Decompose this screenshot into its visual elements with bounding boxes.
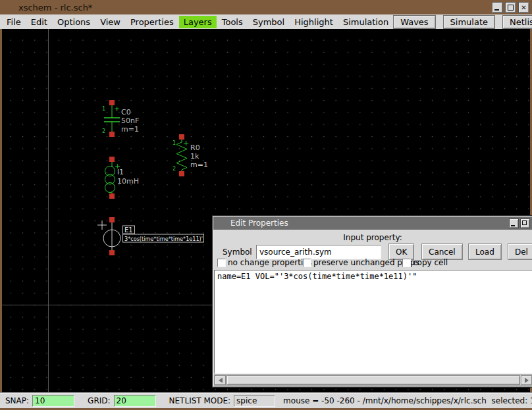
dialog-window-controls xyxy=(509,218,530,228)
minimize-icon xyxy=(494,9,499,11)
waves-button[interactable]: Waves xyxy=(393,15,435,29)
window-titlebar: xschem - rlc.sch* ✕ xyxy=(0,0,532,14)
close-button[interactable]: ✕ xyxy=(518,2,529,13)
dialog-titlebar: Edit Properties xyxy=(213,217,532,230)
horizontal-scrollbar[interactable] xyxy=(214,374,532,386)
component-resistor[interactable]: 1 + 2 R0 1k m=1 xyxy=(173,134,208,176)
netlist-mode-label: NETLIST MODE: xyxy=(169,396,231,405)
resistor-ref-label: R0 xyxy=(190,143,200,152)
menu-item-view[interactable]: View xyxy=(95,16,125,28)
window-title: xschem - rlc.sch* xyxy=(18,3,92,13)
statusbar: SNAP: GRID: NETLIST MODE: mouse = -50 -2… xyxy=(0,392,532,408)
checkbox-copy-cell[interactable] xyxy=(402,259,411,267)
window-controls: ✕ xyxy=(492,2,529,13)
netlist-button[interactable]: Netlist xyxy=(502,15,532,29)
resistor-pin-2-square xyxy=(179,171,184,176)
scrollbar-thumb[interactable] xyxy=(226,375,520,385)
menu-item-layers[interactable]: Layers xyxy=(179,16,217,28)
grid-label: GRID: xyxy=(88,396,110,405)
edit-properties-dialog: Edit Properties Input property: Symbol O… xyxy=(212,215,532,388)
checkbox-no-change-properties-label: no change properties xyxy=(228,258,312,267)
checkbox-copy-cell-label: copy cell xyxy=(413,258,448,267)
menu-item-edit[interactable]: Edit xyxy=(26,16,52,28)
component-vsource[interactable]: E1 3*cos(time*time*time*1e11)' xyxy=(97,217,204,255)
inductor-pin-1-square xyxy=(109,157,115,162)
inductor-ref-label: l1 xyxy=(117,168,124,176)
capacitor-value-label: 50nF xyxy=(121,116,139,125)
menu-item-highlight[interactable]: Highlight xyxy=(290,16,338,28)
simulate-button[interactable]: Simulate xyxy=(443,15,495,29)
menu-item-symbol[interactable]: Symbol xyxy=(248,16,289,28)
input-property-label: Input property: xyxy=(213,233,532,242)
grid-input[interactable] xyxy=(114,395,156,407)
property-textarea[interactable]: name=E1 VOL="'3*cos(time*time*time*1e11)… xyxy=(214,270,532,374)
maximize-icon xyxy=(522,220,527,225)
maximize-button[interactable] xyxy=(505,2,516,13)
menubar: File Edit Options View Properties Layers… xyxy=(0,14,532,29)
capacitor-pin-1-label: 1 xyxy=(102,106,105,112)
xschem-window: xschem - rlc.sch* ✕ File Edit Options Vi… xyxy=(0,0,532,410)
menu-item-file[interactable]: File xyxy=(2,16,26,28)
vsource-pin-2-square xyxy=(109,250,115,255)
menu-item-properties[interactable]: Properties xyxy=(126,16,178,28)
vsource-ref-label: E1 xyxy=(124,226,133,234)
minimize-icon xyxy=(511,225,515,226)
close-icon: ✕ xyxy=(521,5,526,11)
right-arrow-icon xyxy=(525,378,529,383)
snap-input[interactable] xyxy=(32,395,74,407)
resistor-plus-label: + xyxy=(183,139,189,147)
left-arrow-icon xyxy=(219,378,223,383)
capacitor-plus-label: + xyxy=(114,105,120,113)
scrollbar-right-arrow[interactable] xyxy=(521,375,532,385)
vsource-pin-1-square xyxy=(109,217,115,222)
resistor-value-label: 1k xyxy=(190,152,200,161)
vsource-value-label: 3*cos(time*time*time*1e11)' xyxy=(124,236,203,242)
component-inductor[interactable]: + l1 10mH xyxy=(105,157,139,199)
mouse-info: mouse = -50 -260 - /mnt/x/home/schippes/… xyxy=(283,396,532,405)
dialog-checkboxes: no change properties preserve unchanged … xyxy=(213,258,532,269)
resistor-mult-label: m=1 xyxy=(190,161,208,169)
menu-item-simulation[interactable]: Simulation xyxy=(338,16,393,28)
resistor-pin-1-label: 1 xyxy=(173,140,176,146)
inductor-pin-2-square xyxy=(109,193,115,199)
snap-label: SNAP: xyxy=(5,396,29,405)
capacitor-pin-2-square xyxy=(109,132,115,137)
dialog-title: Edit Properties xyxy=(230,218,288,228)
menu-item-options[interactable]: Options xyxy=(53,16,95,28)
checkbox-preserve-unchanged-props[interactable] xyxy=(303,259,311,267)
resistor-pin-2-label: 2 xyxy=(173,166,176,172)
netlist-mode-input[interactable] xyxy=(234,395,275,407)
maximize-icon xyxy=(508,5,514,11)
menu-item-tools[interactable]: Tools xyxy=(217,16,248,28)
dialog-minimize-button[interactable] xyxy=(509,218,519,228)
minimize-button[interactable] xyxy=(492,2,503,13)
capacitor-pin-2-label: 2 xyxy=(102,128,105,134)
inductor-value-label: 10mH xyxy=(117,177,139,186)
capacitor-ref-label: C0 xyxy=(121,108,131,116)
checkbox-no-change-properties[interactable] xyxy=(217,259,226,267)
capacitor-mult-label: m=1 xyxy=(121,125,139,134)
component-capacitor[interactable]: 1 + 2 C0 50nF m=1 xyxy=(102,100,139,137)
scrollbar-left-arrow[interactable] xyxy=(215,375,226,385)
symbol-label: Symbol xyxy=(223,247,252,257)
dialog-maximize-button[interactable] xyxy=(520,218,530,228)
symbol-input[interactable] xyxy=(256,245,381,259)
